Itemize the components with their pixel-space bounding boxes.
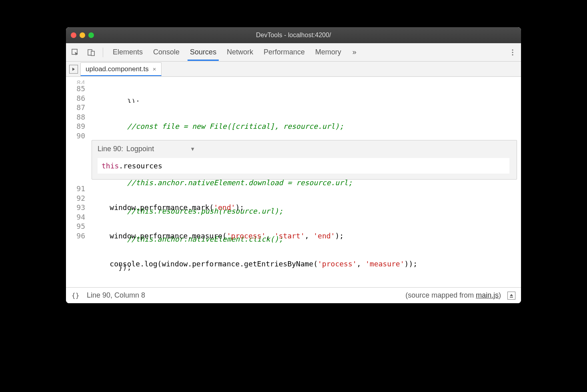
code-line: });	[92, 97, 521, 103]
line-number: 86	[66, 94, 85, 103]
chevron-down-icon: ▼	[190, 144, 195, 154]
token-this: this	[102, 162, 119, 170]
window-controls	[71, 32, 94, 38]
tab-console[interactable]: Console	[151, 44, 182, 61]
devtools-tabbar: Elements Console Sources Network Perform…	[66, 43, 521, 62]
line-number: 92	[66, 194, 85, 203]
maximize-window-button[interactable]	[88, 32, 94, 38]
line-number: 90	[66, 131, 85, 141]
settings-menu-button[interactable]	[508, 47, 517, 58]
svg-rect-2	[91, 51, 94, 56]
divider	[103, 48, 103, 57]
line-gutter: 91 92 93 94 95 96	[66, 184, 88, 240]
tab-performance[interactable]: Performance	[261, 44, 307, 61]
code-line: console.log(window.performance.getEntrie…	[92, 259, 521, 269]
file-tab[interactable]: upload.component.ts ×	[80, 62, 162, 76]
line-number: 85	[66, 84, 85, 94]
tab-elements[interactable]: Elements	[110, 44, 145, 61]
tabs-overflow-button[interactable]: »	[349, 46, 359, 58]
source-editor[interactable]: 84 85 86 87 88 89 90 }); //const file = …	[66, 77, 521, 287]
svg-point-3	[512, 49, 513, 50]
line-number: 91	[66, 184, 85, 194]
show-drawer-button[interactable]	[507, 292, 515, 300]
code-line: window.performance.measure('process', 's…	[92, 231, 521, 241]
tab-memory[interactable]: Memory	[313, 44, 343, 61]
titlebar: DevTools - localhost:4200/	[66, 27, 521, 43]
code-line: //const file = new File([critical], reso…	[92, 122, 521, 131]
window-title: DevTools - localhost:4200/	[66, 32, 521, 39]
devtools-window: DevTools - localhost:4200/ Elements Cons…	[66, 27, 521, 303]
source-map-link[interactable]: main.js	[476, 291, 499, 299]
breakpoint-line-label: Line 90:	[98, 144, 123, 154]
navigator-toggle-icon[interactable]	[69, 65, 78, 74]
svg-point-4	[512, 52, 513, 53]
token-rest: .resources	[119, 162, 162, 170]
line-number: 88	[66, 112, 85, 122]
file-tab-strip: upload.component.ts ×	[66, 62, 521, 77]
line-number: 96	[66, 231, 85, 241]
line-number: 94	[66, 212, 85, 222]
code-line: window.performance.mark('end');	[92, 203, 521, 212]
line-number: 93	[66, 203, 85, 212]
svg-text:{}: {}	[72, 292, 79, 299]
line-number: 89	[66, 122, 85, 131]
close-file-tab-button[interactable]: ×	[153, 66, 156, 72]
line-gutter: 84 85 86 87 88 89 90	[66, 77, 88, 287]
breakpoint-header: Line 90: Logpoint ▼	[98, 144, 511, 154]
line-number: 87	[66, 103, 85, 112]
cursor-position: Line 90, Column 8	[87, 291, 145, 300]
close-window-button[interactable]	[71, 32, 76, 38]
line-number: 95	[66, 222, 85, 231]
file-tab-name: upload.component.ts	[86, 65, 149, 73]
line-number: 84	[66, 78, 85, 84]
svg-rect-7	[510, 297, 513, 298]
status-bar: {} Line 90, Column 8 (source mapped from…	[66, 287, 521, 303]
tab-network[interactable]: Network	[224, 44, 256, 61]
inspect-element-icon[interactable]	[70, 47, 80, 58]
logpoint-expression-input[interactable]: this.resources	[98, 158, 509, 174]
tab-sources[interactable]: Sources	[188, 44, 219, 61]
svg-point-5	[512, 54, 513, 55]
pretty-print-button[interactable]: {}	[72, 292, 80, 299]
minimize-window-button[interactable]	[80, 32, 85, 38]
device-toolbar-icon[interactable]	[86, 47, 96, 58]
breakpoint-type-value: Logpoint	[126, 144, 154, 154]
breakpoint-editor-panel: Line 90: Logpoint ▼ this.resources	[92, 140, 517, 180]
breakpoint-type-dropdown[interactable]: Logpoint ▼	[126, 144, 195, 154]
source-map-info: (source mapped from main.js)	[405, 291, 501, 300]
code-area[interactable]: window.performance.mark('end'); window.p…	[92, 184, 521, 287]
